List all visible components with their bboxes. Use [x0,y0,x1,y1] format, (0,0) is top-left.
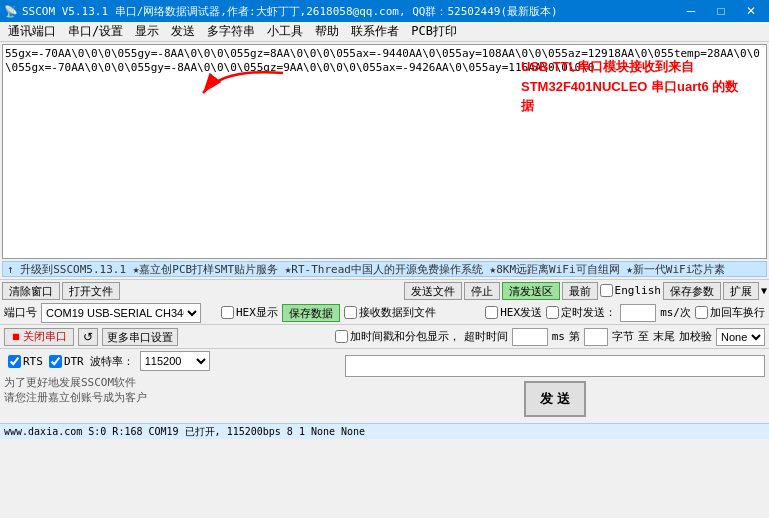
send-button[interactable]: 发 送 [524,381,586,417]
carriage-return-label[interactable]: 加回车换行 [695,305,765,320]
hex-display-label[interactable]: HEX显示 [221,305,278,320]
carriage-return-text: 加回车换行 [710,305,765,320]
app-icon: 📡 [4,5,18,18]
timed-send-checkbox[interactable] [546,306,559,319]
menu-contact[interactable]: 联系作者 [345,22,405,41]
receive-to-file-checkbox[interactable] [344,306,357,319]
menu-send[interactable]: 发送 [165,22,201,41]
title-bar-controls: ─ □ ✕ [677,1,765,21]
english-checkbox[interactable] [600,284,613,297]
expand-button[interactable]: 扩展 [723,282,759,300]
char-label: 字节 [612,329,634,344]
menu-comm-port[interactable]: 通讯端口 [2,22,62,41]
annotation-text: USB-TTL串口模块接收到来自 STM32F401NUCLEO 串口uart6… [521,57,751,116]
rts-label[interactable]: RTS [8,355,43,368]
menu-bar: 通讯端口 串口/设置 显示 发送 多字符串 小工具 帮助 联系作者 PCB打印 [0,22,769,42]
close-port-label: 关闭串口 [23,329,67,344]
timed-interval-input[interactable]: 10 [620,304,656,322]
end-label: 末尾 [653,329,675,344]
timed-send-text: 定时发送： [561,305,616,320]
refresh-button[interactable]: ↺ [78,328,98,346]
port-select[interactable]: COM19 USB-SERIAL CH340 [41,303,201,323]
carriage-return-checkbox[interactable] [695,306,708,319]
hex-send-label[interactable]: HEX发送 [485,305,542,320]
app-title: SSCOM V5.13.1 串口/网络数据调试器,作者:大虾丁丁,2618058… [22,4,558,19]
rts-dtr-row: RTS DTR 波特率： 115200 [4,351,341,371]
menu-display[interactable]: 显示 [129,22,165,41]
add-timestamp-checkbox[interactable] [335,330,348,343]
timed-send-label[interactable]: 定时发送： [546,305,616,320]
save-params-button[interactable]: 保存参数 [663,282,721,300]
minimize-button[interactable]: ─ [677,1,705,21]
maximize-button[interactable]: □ [707,1,735,21]
add-timestamp-text: 加时间戳和分包显示， [350,329,460,344]
promo-text: ↑ 升级到SSCOM5.13.1 ★嘉立创PCB打样SMT贴片服务 ★RT-Th… [7,262,725,277]
timeout-unit-label: ms [552,330,565,343]
hex-send-checkbox[interactable] [485,306,498,319]
stop-icon: ⏹ [11,331,21,342]
left-info-line1: 为了更好地发展SSCOM软件 [4,375,147,390]
close-port-button[interactable]: ⏹ 关闭串口 [4,328,74,346]
english-checkbox-label[interactable]: English [600,284,661,297]
page-input[interactable]: 1 [584,328,608,346]
receive-to-file-label[interactable]: 接收数据到文件 [344,305,436,320]
status-bar: www.daxia.com S:0 R:168 COM19 已打开, 11520… [0,423,769,439]
checksum-select[interactable]: None [716,328,765,346]
data-display-area: 55gx=-70AA\0\0\0\055gy=-8AA\0\0\0\055gz=… [2,44,767,259]
add-timestamp-label[interactable]: 加时间戳和分包显示， [335,329,460,344]
last-button[interactable]: 最前 [562,282,598,300]
page-prefix-label: 第 [569,329,580,344]
to-label: 至 [638,329,649,344]
dtr-text: DTR [64,355,84,368]
annotation-arrow-svg [183,63,303,123]
timeout-label: 超时时间 [464,329,508,344]
left-info-line2: 请您注册嘉立创账号成为客户 [4,390,147,405]
clear-window-button[interactable]: 清除窗口 [2,282,60,300]
timeout-input[interactable]: 20 [512,328,548,346]
menu-help[interactable]: 帮助 [309,22,345,41]
baud-select[interactable]: 115200 [140,351,210,371]
send-input[interactable] [345,355,765,377]
promo-bar[interactable]: ↑ 升级到SSCOM5.13.1 ★嘉立创PCB打样SMT贴片服务 ★RT-Th… [2,261,767,277]
status-text: www.daxia.com S:0 R:168 COM19 已打开, 11520… [4,425,365,439]
port-label: 端口号 [4,305,37,320]
baud-label: 波特率： [90,354,134,369]
hex-send-text: HEX发送 [500,305,542,320]
dtr-checkbox[interactable] [49,355,62,368]
rts-checkbox[interactable] [8,355,21,368]
checksum-prefix-label: 加校验 [679,329,712,344]
title-bar: 📡 SSCOM V5.13.1 串口/网络数据调试器,作者:大虾丁丁,26180… [0,0,769,22]
timed-unit-label: ms/次 [660,305,691,320]
clear-send-area-button[interactable]: 清发送区 [502,282,560,300]
rts-text: RTS [23,355,43,368]
expand-arrow-icon: ▼ [761,285,767,296]
dtr-label[interactable]: DTR [49,355,84,368]
close-button[interactable]: ✕ [737,1,765,21]
menu-multi-string[interactable]: 多字符串 [201,22,261,41]
menu-pcb[interactable]: PCB打印 [405,22,463,41]
hex-display-text: HEX显示 [236,305,278,320]
menu-serial-settings[interactable]: 串口/设置 [62,22,129,41]
bottom-toolbar: 清除窗口 打开文件 发送文件 停止 清发送区 最前 English 保存参数 扩… [0,279,769,301]
open-file-button[interactable]: 打开文件 [62,282,120,300]
save-data-button[interactable]: 保存数据 [282,304,340,322]
stop-button[interactable]: 停止 [464,282,500,300]
english-label: English [615,284,661,297]
more-ports-button[interactable]: 更多串口设置 [102,328,178,346]
title-bar-left: 📡 SSCOM V5.13.1 串口/网络数据调试器,作者:大虾丁丁,26180… [4,4,558,19]
menu-tools[interactable]: 小工具 [261,22,309,41]
send-file-button[interactable]: 发送文件 [404,282,462,300]
hex-display-checkbox[interactable] [221,306,234,319]
receive-to-file-text: 接收数据到文件 [359,305,436,320]
